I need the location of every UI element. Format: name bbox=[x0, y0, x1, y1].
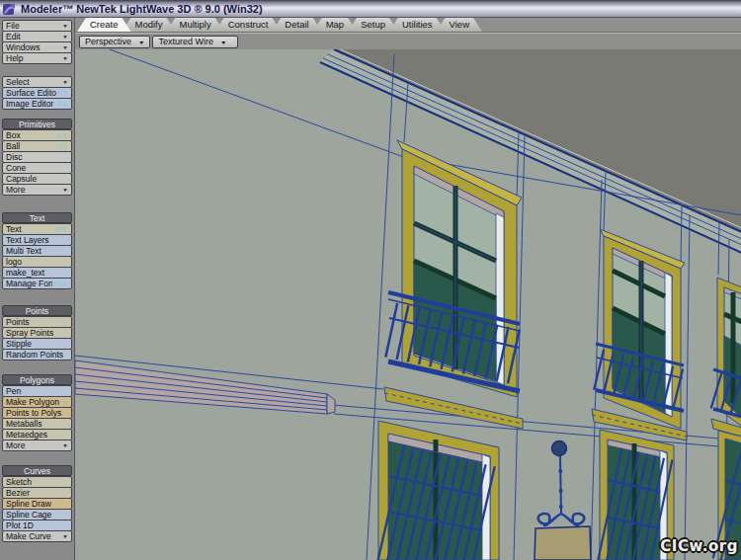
bezier-button[interactable]: Bezier bbox=[2, 487, 72, 499]
random-points-button[interactable]: Random Points bbox=[2, 349, 72, 360]
plot-1d-button[interactable]: Plot 1D bbox=[2, 520, 72, 531]
building-facade-wireframe bbox=[75, 49, 741, 560]
text-layers-button[interactable]: Text Layers bbox=[2, 234, 72, 246]
sketch-button[interactable]: Sketch bbox=[2, 476, 72, 488]
dropdown-arrow-icon: ▼ bbox=[62, 24, 68, 29]
app-icon bbox=[3, 2, 16, 15]
shortcut-label: +O bbox=[56, 142, 66, 151]
perspective-viewport[interactable]: CICw.org bbox=[74, 49, 741, 560]
shortcut-label: F10 bbox=[53, 280, 66, 288]
make-polygon-button[interactable]: Make Polygon p bbox=[2, 396, 72, 408]
left-tool-sidebar: File ▼ Edit ▼ Windows ▼ Help ▼ Select ▼ … bbox=[0, 18, 74, 560]
chevron-down-icon: ▼ bbox=[220, 39, 226, 44]
dropdown-arrow-icon: ▼ bbox=[62, 80, 68, 85]
shortcut-label: F5 bbox=[57, 89, 66, 98]
shortcut-label: p bbox=[62, 398, 66, 407]
polygons-more-button[interactable]: More ▼ bbox=[2, 440, 72, 451]
capsule-button[interactable]: Capsule bbox=[2, 173, 72, 185]
curves-section-header: Curves bbox=[2, 465, 72, 476]
make-text-button[interactable]: make_text bbox=[2, 267, 72, 279]
tab-create[interactable]: Create bbox=[77, 18, 131, 32]
text-group: Text Text +W Text Layers Multi Text logo… bbox=[2, 212, 72, 289]
shortcut-label: +W bbox=[55, 225, 66, 234]
ball-button[interactable]: Ball +O bbox=[2, 140, 72, 152]
primitives-section-header: Primitives bbox=[2, 119, 72, 129]
curves-group: Curves Sketch Bezier Spline Draw Spline … bbox=[2, 465, 72, 542]
dropdown-arrow-icon: ▼ bbox=[62, 56, 68, 61]
metaedges-button[interactable]: Metaedges bbox=[2, 429, 72, 440]
polygons-section-header: Polygons bbox=[2, 374, 72, 385]
tab-construct[interactable]: Construct bbox=[215, 18, 282, 32]
disc-button[interactable]: Disc bbox=[2, 151, 72, 163]
primitives-group: Primitives Box +X Ball +O Disc Cone Caps… bbox=[2, 119, 72, 196]
help-menu-button[interactable]: Help ▼ bbox=[2, 52, 72, 64]
tab-modify[interactable]: Modify bbox=[123, 18, 176, 32]
spline-draw-button[interactable]: Spline Draw bbox=[2, 498, 72, 510]
text-button[interactable]: Text +W bbox=[2, 223, 72, 235]
shortcut-label: + bbox=[62, 318, 66, 327]
image-editor-button[interactable]: Image Editor F6 bbox=[2, 98, 72, 110]
viewport-toolbar: Perspective ▼ Textured Wire ▼ bbox=[75, 33, 741, 49]
pen-button[interactable]: Pen bbox=[2, 385, 72, 397]
box-button[interactable]: Box +X bbox=[2, 129, 72, 141]
top-bars: Create Modify Multiply Construct Detail … bbox=[74, 18, 741, 49]
points-section-header: Points bbox=[2, 305, 72, 316]
spray-points-button[interactable]: Spray Points bbox=[2, 327, 72, 339]
points-group: Points Points + Spray Points Stipple Ran… bbox=[2, 305, 72, 360]
stipple-button[interactable]: Stipple bbox=[2, 338, 72, 350]
watermark: CICw.org bbox=[660, 537, 738, 555]
chevron-down-icon: ▼ bbox=[138, 39, 144, 44]
multi-text-button[interactable]: Multi Text bbox=[2, 245, 72, 257]
polygons-group: Polygons Pen Make Polygon p Points to Po… bbox=[2, 374, 72, 451]
dropdown-arrow-icon: ▼ bbox=[62, 443, 68, 448]
manage-fonts-button[interactable]: Manage Fonts F10 bbox=[2, 278, 72, 289]
tab-utilities[interactable]: Utilities bbox=[389, 18, 446, 32]
surface-editor-button[interactable]: Surface Editor F5 bbox=[2, 87, 72, 99]
dropdown-arrow-icon: ▼ bbox=[62, 45, 68, 50]
window-title: Modeler™ NewTek LightWave 3D ® 9.0 (Win3… bbox=[21, 3, 263, 15]
dropdown-arrow-icon: ▼ bbox=[62, 188, 68, 193]
primitives-more-button[interactable]: More ▼ bbox=[2, 184, 72, 196]
spline-cage-button[interactable]: Spline Cage bbox=[2, 509, 72, 520]
dropdown-arrow-icon: ▼ bbox=[62, 534, 68, 539]
shortcut-label: +X bbox=[57, 131, 66, 140]
metaballs-button[interactable]: Metaballs bbox=[2, 418, 72, 430]
points-button[interactable]: Points + bbox=[2, 316, 72, 328]
logo-button[interactable]: logo bbox=[2, 256, 72, 268]
points-to-polys-button[interactable]: Points to Polys bbox=[2, 407, 72, 419]
menu-tab-row: Create Modify Multiply Construct Detail … bbox=[75, 18, 741, 33]
view-type-dropdown[interactable]: Perspective ▼ bbox=[79, 36, 150, 48]
make-curve-button[interactable]: Make Curve ▼ bbox=[2, 530, 72, 542]
render-mode-dropdown[interactable]: Textured Wire ▼ bbox=[152, 36, 238, 48]
cone-button[interactable]: Cone bbox=[2, 162, 72, 174]
shortcut-label: F6 bbox=[57, 100, 66, 109]
tab-multiply[interactable]: Multiply bbox=[167, 18, 224, 32]
text-section-header: Text bbox=[2, 212, 72, 223]
select-group: Select ▼ Surface Editor F5 Image Editor … bbox=[2, 76, 72, 110]
menu-group: File ▼ Edit ▼ Windows ▼ Help ▼ bbox=[2, 20, 72, 64]
dropdown-arrow-icon: ▼ bbox=[62, 35, 68, 40]
titlebar[interactable]: Modeler™ NewTek LightWave 3D ® 9.0 (Win3… bbox=[0, 0, 741, 18]
